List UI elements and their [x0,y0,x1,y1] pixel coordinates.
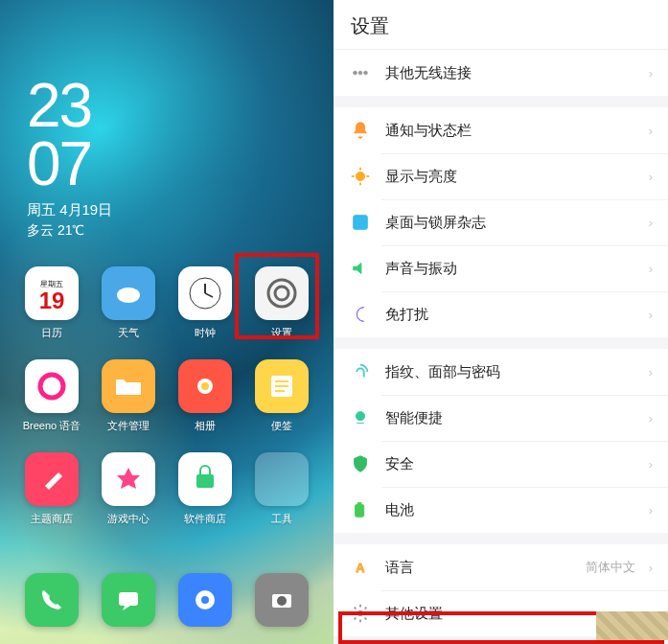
settings-row-wireless[interactable]: 其他无线连接› [334,50,668,96]
breeno-icon [25,359,79,413]
svg-line-3 [205,293,213,297]
message-icon [102,573,155,627]
app-theme-store[interactable]: 主题商店 [17,452,86,526]
settings-row-language[interactable]: A语言简体中文› [334,544,668,590]
row-label: 语言 [385,559,572,577]
row-label: 声音与振动 [385,260,635,278]
svg-point-28 [356,412,364,421]
smart-icon [349,406,372,429]
svg-rect-13 [196,474,214,488]
wireless-icon [349,61,372,84]
app-label: 主题商店 [31,512,73,526]
svg-point-8 [201,382,209,390]
date-line: 周五 4月19日 [27,201,112,219]
chevron-right-icon: › [649,216,653,230]
svg-point-32 [357,610,363,616]
fingerprint-icon [349,360,372,383]
chevron-right-icon: › [649,561,653,575]
bell-icon [349,119,372,142]
censored-region [596,611,668,640]
tools-folder-icon [255,452,309,506]
folder-icon [102,359,155,413]
dock-messages[interactable] [94,573,163,627]
photos-icon [178,359,232,413]
row-label: 免打扰 [385,306,635,324]
svg-point-6 [40,375,63,398]
dock-browser[interactable] [171,573,240,627]
svg-point-18 [277,596,287,606]
settings-title: 设置 [334,0,668,50]
row-label: 通知与状态栏 [385,122,635,140]
brightness-icon [349,165,372,188]
svg-rect-30 [357,503,361,506]
row-label: 桌面与锁屏杂志 [385,214,635,232]
app-label: 日历 [41,326,62,340]
dnd-icon [349,303,372,326]
app-label: 天气 [118,326,139,340]
sound-icon [349,257,372,280]
settings-row-security[interactable]: 安全› [334,441,668,487]
dock [17,573,316,627]
clock-widget[interactable]: 23 07 [27,77,91,194]
settings-row-battery[interactable]: 电池› [334,487,668,533]
settings-row-bell[interactable]: 通知与状态栏› [334,107,668,153]
games-icon [102,452,155,506]
battery-icon [349,498,372,521]
app-files[interactable]: 文件管理 [94,359,163,433]
chevron-right-icon: › [649,411,653,426]
settings-row-brightness[interactable]: 显示与亮度› [334,153,668,199]
settings-list[interactable]: 其他无线连接›通知与状态栏›显示与亮度›桌面与锁屏杂志›声音与振动›免打扰›指纹… [334,50,668,644]
app-photos[interactable]: 相册 [171,359,240,433]
row-label: 显示与亮度 [385,168,635,186]
store-icon [178,452,232,506]
app-software-store[interactable]: 软件商店 [171,452,240,526]
chevron-right-icon: › [649,66,653,80]
svg-point-16 [201,596,209,604]
browser-icon [178,573,232,627]
svg-point-19 [354,71,357,75]
svg-rect-29 [356,505,364,518]
dock-camera[interactable] [247,573,316,627]
wallpaper-icon [349,211,372,234]
dock-phone[interactable] [17,573,86,627]
app-weather[interactable]: 天气 [94,266,163,340]
chevron-right-icon: › [649,124,653,138]
settings-row-smart[interactable]: 智能便捷› [334,395,668,441]
app-notes[interactable]: 便签 [247,359,316,433]
app-breeno[interactable]: Breeno 语音 [17,359,86,433]
gear-icon [349,602,372,625]
chevron-right-icon: › [649,308,653,322]
app-calendar[interactable]: 星期五 19 日历 [17,266,86,340]
settings-row-dnd[interactable]: 免打扰› [334,291,668,337]
language-icon: A [349,556,372,579]
app-game-center[interactable]: 游戏中心 [94,452,163,526]
settings-row-fingerprint[interactable]: 指纹、面部与密码› [334,349,668,395]
svg-point-0 [117,288,140,303]
app-grid: 星期五 19 日历 天气 时钟 设置 [17,266,316,526]
app-label: 游戏中心 [107,512,150,526]
app-tools-folder[interactable]: 工具 [247,452,316,526]
clock-minute: 07 [27,135,91,194]
phone-icon [25,573,79,627]
settings-row-sound[interactable]: 声音与振动› [334,245,668,291]
svg-point-21 [364,71,368,75]
svg-point-20 [358,71,362,75]
app-clock[interactable]: 时钟 [171,266,240,340]
chevron-right-icon: › [649,170,653,184]
row-label: 智能便捷 [385,409,635,427]
settings-icon [255,266,309,320]
theme-icon [25,452,79,506]
calendar-icon: 星期五 19 [25,266,79,320]
svg-point-4 [268,280,295,307]
app-label: 工具 [271,512,292,526]
chevron-right-icon: › [649,365,653,380]
row-label: 电池 [385,501,635,519]
app-label: 文件管理 [107,419,150,433]
row-label: 其他无线连接 [385,64,635,82]
row-value: 简体中文 [586,559,635,576]
app-settings[interactable]: 设置 [247,266,316,340]
svg-point-5 [275,287,288,300]
settings-row-wallpaper[interactable]: 桌面与锁屏杂志› [334,199,668,245]
weather-icon [102,266,155,320]
row-label: 安全 [385,455,635,473]
